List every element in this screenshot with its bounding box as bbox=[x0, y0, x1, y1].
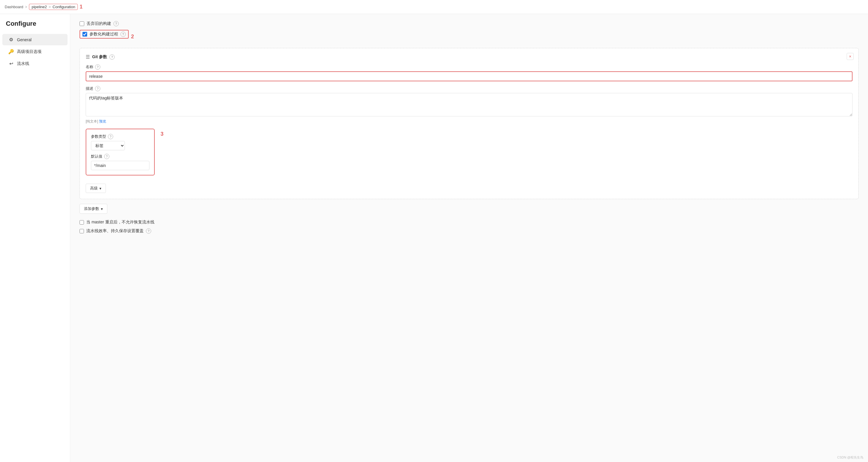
sidebar-item-pipeline[interactable]: ↩ 流水线 bbox=[2, 58, 67, 69]
breadcrumb-sep1: > bbox=[25, 5, 28, 9]
default-value-label: 默认值 ? bbox=[91, 154, 150, 159]
breadcrumb-pipeline-config: pipeline2 > Configuration bbox=[29, 4, 78, 10]
name-input[interactable] bbox=[86, 72, 852, 81]
breadcrumb: Dashboard > pipeline2 > Configuration 1 bbox=[5, 4, 83, 10]
desc-help-icon[interactable]: ? bbox=[95, 86, 100, 91]
discard-old-label: 丢弃旧的构建 bbox=[87, 21, 111, 26]
sidebar: Configure ⚙ General 🔑 高级项目选项 ↩ 流水线 bbox=[0, 14, 70, 462]
param-type-section: 参数类型 ? 分支 标签 修订版本 PR 默认值 ? bbox=[86, 129, 155, 176]
advanced-label: 高级 bbox=[90, 186, 98, 191]
preview-link[interactable]: 预览 bbox=[99, 119, 106, 123]
breadcrumb-configuration[interactable]: Configuration bbox=[53, 5, 75, 9]
sidebar-label-pipeline: 流水线 bbox=[17, 61, 29, 66]
git-params-title: Git 参数 bbox=[92, 54, 107, 60]
sidebar-label-advanced: 高级项目选项 bbox=[17, 49, 41, 54]
param-type-select[interactable]: 分支 标签 修订版本 PR bbox=[91, 141, 125, 150]
sidebar-item-general[interactable]: ⚙ General bbox=[2, 34, 67, 45]
drag-icon[interactable]: ☰ bbox=[86, 54, 90, 60]
main-layout: Configure ⚙ General 🔑 高级项目选项 ↩ 流水线 丢弃旧的构… bbox=[0, 14, 868, 462]
name-help-icon[interactable]: ? bbox=[95, 64, 100, 70]
discard-old-row: 丢弃旧的构建 ? bbox=[80, 21, 859, 26]
pipeline-efficiency-row: 流水线效率、持久保存设置覆盖 ? bbox=[80, 228, 859, 234]
sidebar-item-advanced[interactable]: 🔑 高级项目选项 bbox=[2, 46, 67, 57]
annotation-1: 1 bbox=[80, 4, 83, 10]
parameterize-help-icon[interactable]: ? bbox=[121, 32, 126, 37]
add-param-label: 添加参数 bbox=[84, 206, 99, 211]
gear-icon: ⚙ bbox=[8, 37, 14, 42]
breadcrumb-sep2: > bbox=[49, 5, 51, 9]
parameterize-label: 参数化构建过程 bbox=[90, 32, 118, 37]
master-restart-row: 当 master 重启后，不允许恢复流水线 bbox=[80, 220, 859, 225]
git-params-help-icon[interactable]: ? bbox=[110, 54, 115, 60]
default-value-help-icon[interactable]: ? bbox=[104, 154, 110, 159]
top-nav: Dashboard > pipeline2 > Configuration 1 bbox=[0, 0, 868, 14]
advanced-button[interactable]: 高级 ▾ bbox=[86, 184, 106, 193]
watermark: CSDN @程先生鸟 bbox=[837, 455, 863, 460]
discard-old-help-icon[interactable]: ? bbox=[114, 21, 119, 26]
sidebar-label-general: General bbox=[17, 37, 32, 42]
key-icon: 🔑 bbox=[8, 49, 14, 54]
name-field-label: 名称 ? bbox=[86, 64, 852, 70]
format-row: [纯文本] 预览 bbox=[86, 119, 852, 124]
close-button[interactable]: × bbox=[847, 53, 854, 60]
sidebar-title: Configure bbox=[0, 20, 70, 33]
parameterize-checkbox[interactable] bbox=[83, 32, 87, 36]
add-param-button[interactable]: 添加参数 ▾ bbox=[80, 204, 107, 214]
pipeline-efficiency-checkbox[interactable] bbox=[80, 229, 84, 233]
format-text: [纯文本] bbox=[86, 119, 98, 123]
default-value-input[interactable] bbox=[91, 161, 150, 170]
git-params-section: ☰ Git 参数 ? × 名称 ? 描述 ? 代码的tag标签版本 [纯文本] … bbox=[80, 48, 859, 199]
master-restart-label: 当 master 重启后，不允许恢复流水线 bbox=[86, 220, 154, 225]
name-input-wrapper bbox=[86, 71, 852, 81]
parameterize-row: 参数化构建过程 ? bbox=[80, 30, 129, 39]
master-restart-checkbox[interactable] bbox=[80, 220, 84, 224]
breadcrumb-pipeline[interactable]: pipeline2 bbox=[32, 5, 47, 9]
param-type-help-icon[interactable]: ? bbox=[108, 134, 113, 139]
pipeline-icon: ↩ bbox=[8, 61, 14, 66]
pipeline-efficiency-label: 流水线效率、持久保存设置覆盖 bbox=[86, 228, 144, 234]
git-params-header: ☰ Git 参数 ? bbox=[86, 54, 852, 60]
chevron-down-icon: ▾ bbox=[99, 186, 101, 191]
discard-old-checkbox[interactable] bbox=[80, 21, 84, 26]
annotation-3: 3 bbox=[160, 131, 163, 137]
breadcrumb-dashboard[interactable]: Dashboard bbox=[5, 5, 23, 9]
annotation-2: 2 bbox=[131, 34, 134, 40]
main-content: 丢弃旧的构建 ? 参数化构建过程 ? 2 ☰ Git 参数 ? × 名称 ? bbox=[70, 14, 868, 462]
pipeline-efficiency-help-icon[interactable]: ? bbox=[146, 228, 151, 234]
param-type-label: 参数类型 ? bbox=[91, 134, 150, 139]
desc-textarea[interactable]: 代码的tag标签版本 bbox=[86, 93, 852, 116]
desc-field-label: 描述 ? bbox=[86, 86, 852, 91]
dropdown-arrow-icon: ▾ bbox=[101, 207, 103, 211]
